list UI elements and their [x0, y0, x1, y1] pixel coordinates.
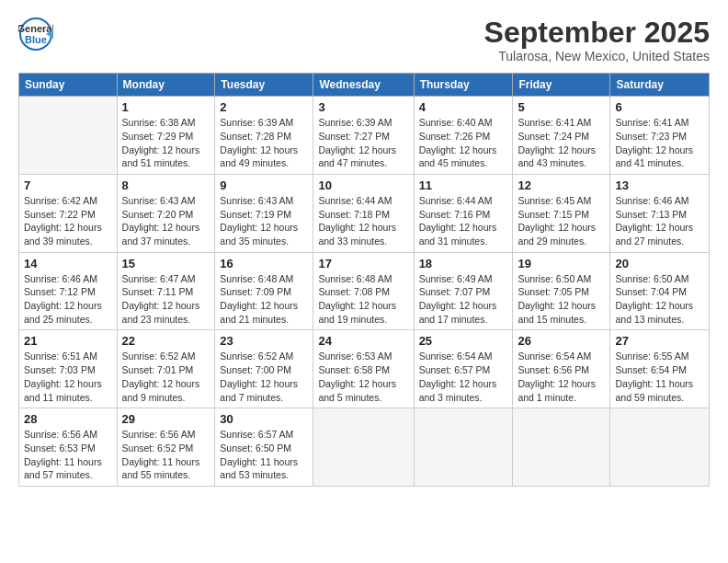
header-sunday: Sunday — [19, 74, 118, 97]
table-row: 10Sunrise: 6:44 AM Sunset: 7:18 PM Dayli… — [313, 174, 414, 252]
day-info: Sunrise: 6:41 AM Sunset: 7:24 PM Dayligh… — [518, 116, 605, 170]
table-row: 2Sunrise: 6:39 AM Sunset: 7:28 PM Daylig… — [215, 97, 313, 175]
day-number: 23 — [220, 334, 308, 348]
table-row: 29Sunrise: 6:56 AM Sunset: 6:52 PM Dayli… — [117, 408, 215, 487]
table-row: 4Sunrise: 6:40 AM Sunset: 7:26 PM Daylig… — [414, 97, 513, 175]
day-info: Sunrise: 6:45 AM Sunset: 7:15 PM Dayligh… — [518, 194, 605, 248]
day-info: Sunrise: 6:55 AM Sunset: 6:54 PM Dayligh… — [615, 350, 704, 404]
day-number: 27 — [615, 334, 704, 348]
header: General Blue September 2025 Tularosa, Ne… — [18, 17, 710, 63]
page: General Blue September 2025 Tularosa, Ne… — [0, 0, 728, 563]
table-row — [19, 97, 118, 175]
weekday-header-row: Sunday Monday Tuesday Wednesday Thursday… — [19, 74, 710, 97]
calendar-week-row: 14Sunrise: 6:46 AM Sunset: 7:12 PM Dayli… — [19, 252, 710, 330]
table-row — [610, 408, 710, 487]
day-number: 18 — [419, 257, 508, 270]
table-row: 25Sunrise: 6:54 AM Sunset: 6:57 PM Dayli… — [414, 330, 513, 408]
calendar-table: Sunday Monday Tuesday Wednesday Thursday… — [18, 73, 710, 487]
table-row: 11Sunrise: 6:44 AM Sunset: 7:16 PM Dayli… — [414, 174, 513, 252]
day-info: Sunrise: 6:57 AM Sunset: 6:50 PM Dayligh… — [220, 428, 308, 482]
day-number: 13 — [615, 178, 704, 192]
day-number: 9 — [220, 178, 308, 192]
day-info: Sunrise: 6:53 AM Sunset: 6:58 PM Dayligh… — [318, 350, 408, 404]
day-number: 6 — [615, 100, 704, 114]
calendar-title: September 2025 — [484, 17, 710, 49]
day-info: Sunrise: 6:52 AM Sunset: 7:01 PM Dayligh… — [122, 350, 210, 404]
table-row: 1Sunrise: 6:38 AM Sunset: 7:29 PM Daylig… — [117, 97, 215, 175]
day-number: 30 — [220, 412, 308, 426]
day-number: 11 — [419, 178, 508, 192]
day-info: Sunrise: 6:44 AM Sunset: 7:16 PM Dayligh… — [419, 194, 508, 248]
day-number: 26 — [518, 334, 605, 348]
header-thursday: Thursday — [414, 74, 513, 97]
day-number: 7 — [24, 178, 112, 192]
day-number: 20 — [615, 257, 704, 270]
day-info: Sunrise: 6:56 AM Sunset: 6:53 PM Dayligh… — [24, 428, 112, 482]
table-row: 12Sunrise: 6:45 AM Sunset: 7:15 PM Dayli… — [513, 174, 610, 252]
day-info: Sunrise: 6:41 AM Sunset: 7:23 PM Dayligh… — [615, 116, 704, 170]
day-number: 15 — [122, 257, 210, 270]
table-row: 24Sunrise: 6:53 AM Sunset: 6:58 PM Dayli… — [313, 330, 414, 408]
title-block: September 2025 Tularosa, New Mexico, Uni… — [484, 17, 710, 63]
day-number: 4 — [419, 100, 508, 114]
day-info: Sunrise: 6:46 AM Sunset: 7:12 PM Dayligh… — [24, 272, 112, 327]
day-number: 21 — [24, 334, 112, 348]
day-number: 1 — [122, 100, 210, 114]
day-number: 29 — [122, 412, 210, 426]
table-row: 26Sunrise: 6:54 AM Sunset: 6:56 PM Dayli… — [513, 330, 610, 408]
day-number: 22 — [122, 334, 210, 348]
table-row: 21Sunrise: 6:51 AM Sunset: 7:03 PM Dayli… — [19, 330, 118, 408]
day-info: Sunrise: 6:48 AM Sunset: 7:09 PM Dayligh… — [220, 272, 308, 327]
table-row: 16Sunrise: 6:48 AM Sunset: 7:09 PM Dayli… — [215, 252, 313, 330]
day-number: 10 — [318, 178, 408, 192]
day-info: Sunrise: 6:39 AM Sunset: 7:28 PM Dayligh… — [220, 116, 308, 170]
table-row: 27Sunrise: 6:55 AM Sunset: 6:54 PM Dayli… — [610, 330, 710, 408]
table-row: 28Sunrise: 6:56 AM Sunset: 6:53 PM Dayli… — [19, 408, 118, 487]
table-row: 13Sunrise: 6:46 AM Sunset: 7:13 PM Dayli… — [610, 174, 710, 252]
day-number: 24 — [318, 334, 408, 348]
day-info: Sunrise: 6:44 AM Sunset: 7:18 PM Dayligh… — [318, 194, 408, 248]
table-row: 5Sunrise: 6:41 AM Sunset: 7:24 PM Daylig… — [513, 97, 610, 175]
table-row — [313, 408, 414, 487]
table-row: 23Sunrise: 6:52 AM Sunset: 7:00 PM Dayli… — [215, 330, 313, 408]
day-info: Sunrise: 6:40 AM Sunset: 7:26 PM Dayligh… — [419, 116, 508, 170]
header-tuesday: Tuesday — [215, 74, 313, 97]
table-row: 15Sunrise: 6:47 AM Sunset: 7:11 PM Dayli… — [117, 252, 215, 330]
calendar-week-row: 7Sunrise: 6:42 AM Sunset: 7:22 PM Daylig… — [19, 174, 710, 252]
day-number: 16 — [220, 257, 308, 270]
header-friday: Friday — [513, 74, 610, 97]
table-row: 7Sunrise: 6:42 AM Sunset: 7:22 PM Daylig… — [19, 174, 118, 252]
day-info: Sunrise: 6:47 AM Sunset: 7:11 PM Dayligh… — [122, 272, 210, 327]
table-row — [513, 408, 610, 487]
table-row: 22Sunrise: 6:52 AM Sunset: 7:01 PM Dayli… — [117, 330, 215, 408]
table-row: 14Sunrise: 6:46 AM Sunset: 7:12 PM Dayli… — [19, 252, 118, 330]
calendar-week-row: 28Sunrise: 6:56 AM Sunset: 6:53 PM Dayli… — [19, 408, 710, 487]
day-info: Sunrise: 6:46 AM Sunset: 7:13 PM Dayligh… — [615, 194, 704, 248]
day-number: 14 — [24, 257, 112, 270]
day-number: 5 — [518, 100, 605, 114]
day-info: Sunrise: 6:39 AM Sunset: 7:27 PM Dayligh… — [318, 116, 408, 170]
logo-icon: General Blue — [18, 17, 53, 52]
day-info: Sunrise: 6:54 AM Sunset: 6:56 PM Dayligh… — [518, 350, 605, 404]
table-row: 19Sunrise: 6:50 AM Sunset: 7:05 PM Dayli… — [513, 252, 610, 330]
day-info: Sunrise: 6:48 AM Sunset: 7:08 PM Dayligh… — [318, 272, 408, 327]
day-info: Sunrise: 6:56 AM Sunset: 6:52 PM Dayligh… — [122, 428, 210, 482]
day-number: 17 — [318, 257, 408, 270]
day-number: 12 — [518, 178, 605, 192]
day-info: Sunrise: 6:54 AM Sunset: 6:57 PM Dayligh… — [419, 350, 508, 404]
table-row: 6Sunrise: 6:41 AM Sunset: 7:23 PM Daylig… — [610, 97, 710, 175]
day-info: Sunrise: 6:49 AM Sunset: 7:07 PM Dayligh… — [419, 272, 508, 327]
day-number: 19 — [518, 257, 605, 270]
header-monday: Monday — [117, 74, 215, 97]
table-row: 30Sunrise: 6:57 AM Sunset: 6:50 PM Dayli… — [215, 408, 313, 487]
svg-text:General: General — [18, 23, 53, 34]
day-number: 8 — [122, 178, 210, 192]
calendar-week-row: 21Sunrise: 6:51 AM Sunset: 7:03 PM Dayli… — [19, 330, 710, 408]
day-info: Sunrise: 6:52 AM Sunset: 7:00 PM Dayligh… — [220, 350, 308, 404]
table-row: 3Sunrise: 6:39 AM Sunset: 7:27 PM Daylig… — [313, 97, 414, 175]
calendar-subtitle: Tularosa, New Mexico, United States — [484, 49, 710, 63]
svg-text:Blue: Blue — [25, 34, 47, 45]
day-info: Sunrise: 6:42 AM Sunset: 7:22 PM Dayligh… — [24, 194, 112, 248]
table-row: 8Sunrise: 6:43 AM Sunset: 7:20 PM Daylig… — [117, 174, 215, 252]
header-wednesday: Wednesday — [313, 74, 414, 97]
